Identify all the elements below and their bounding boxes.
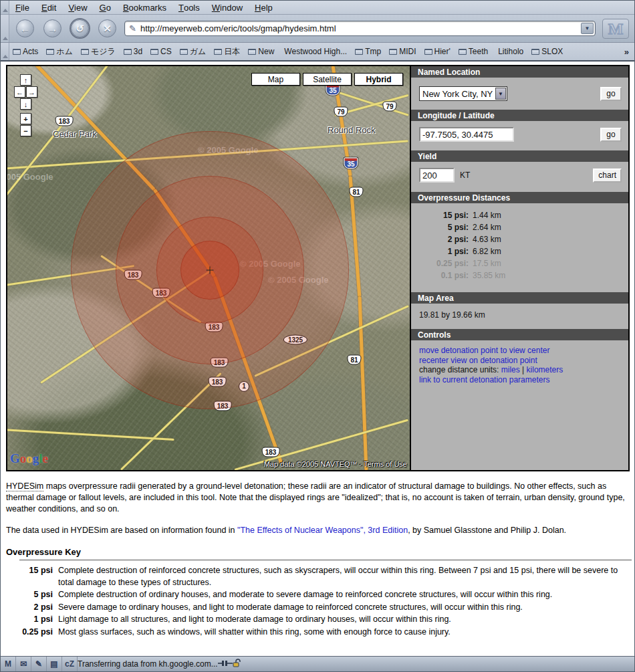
menu-view[interactable]: View <box>62 1 93 14</box>
map-type-map-button[interactable]: Map <box>251 73 300 86</box>
menu-bookmarks[interactable]: Bookmarks <box>117 1 172 14</box>
bookmark-item[interactable]: Acts <box>9 45 41 58</box>
bookmark-item[interactable]: Tmp <box>352 45 384 58</box>
url-history-dropdown[interactable]: ▼ <box>581 23 594 34</box>
menu-window[interactable]: Window <box>206 1 249 14</box>
section-header-controls: Controls <box>411 329 628 340</box>
bookmark-label: Westwood High... <box>284 47 347 56</box>
psi-label: 15 psi: <box>418 209 473 221</box>
bookmark-item[interactable]: 日本 <box>211 45 243 59</box>
bookmark-item[interactable]: MIDI <box>386 45 419 58</box>
overpressure-distance-row: 1 psi: 6.82 km <box>411 245 628 257</box>
arrow-down-icon: ↓ <box>24 100 28 108</box>
security-lock-icon[interactable] <box>233 659 242 669</box>
google-logo: Google <box>10 451 48 466</box>
forward-button[interactable]: → <box>43 19 61 37</box>
component-bar-button[interactable]: ✉ <box>16 657 31 671</box>
bookmark-item[interactable]: Litiholo <box>493 45 527 58</box>
hydesim-sidebar: Named Location New York City, NY ▼ go Lo… <box>410 66 628 470</box>
menu-file[interactable]: File <box>9 1 35 14</box>
throbber-button[interactable]: M <box>602 19 629 39</box>
page-proxy-icon[interactable]: ✎ <box>129 23 136 33</box>
named-location-select[interactable]: New York City, NY ▼ <box>419 86 507 101</box>
effects-of-nuclear-weapons-link[interactable]: "The Effects of Nuclear Weapons", 3rd Ed… <box>237 526 408 535</box>
control-units-kilometers-link[interactable]: kilometers <box>527 365 563 374</box>
toolbar-grippy[interactable] <box>1 43 9 60</box>
named-location-go-button[interactable]: go <box>600 87 622 101</box>
zoom-in-button[interactable]: + <box>20 113 31 124</box>
map-type-hybrid-button[interactable]: Hybrid <box>354 73 403 86</box>
bookmark-item[interactable]: Teeth <box>455 45 491 58</box>
pan-up-button[interactable]: ↑ <box>20 74 31 86</box>
key-psi-label: 1 psi <box>6 614 53 626</box>
distance-value: 4.63 km <box>473 233 501 245</box>
svg-text:M: M <box>608 20 624 37</box>
map-type-satellite-button[interactable]: Satellite <box>303 73 352 86</box>
bookmark-item[interactable]: New <box>245 45 277 58</box>
menu-help[interactable]: Help <box>249 1 279 14</box>
pan-right-button[interactable]: → <box>26 86 37 98</box>
toolbar-grippy[interactable] <box>1 1 9 14</box>
component-bar-button[interactable]: ✎ <box>31 657 47 671</box>
bookmark-item[interactable]: ホム <box>43 45 76 59</box>
page-text: HYDESim maps overpressure radii generate… <box>6 481 632 638</box>
bookmark-icon <box>180 49 188 55</box>
bookmark-label: Hier' <box>434 47 451 56</box>
bookmark-item[interactable]: ガム <box>176 45 210 59</box>
bookmark-item[interactable]: モジラ <box>78 45 119 59</box>
map-area-value: 19.81 by 19.66 km <box>411 310 628 320</box>
control-permalink-link[interactable]: link to current detonation parameters <box>419 375 549 384</box>
key-psi-label: 0.25 psi <box>6 627 53 639</box>
bookmark-icon <box>46 49 54 55</box>
menu-tools[interactable]: Tools <box>172 1 206 14</box>
overpressure-distance-row: 5 psi: 2.64 km <box>411 221 628 233</box>
bookmark-item[interactable]: SLOX <box>528 45 566 58</box>
reload-icon: ↺ <box>76 23 84 35</box>
key-description: Complete destruction of ordinary houses,… <box>58 589 632 601</box>
control-units-label: change distance units: <box>419 365 501 374</box>
overpressure-key-heading: Overpressure Key <box>6 546 632 558</box>
control-recenter-view-link[interactable]: recenter view on detonation point <box>419 356 537 365</box>
bookmark-label: 日本 <box>224 46 240 58</box>
google-map[interactable]: © 2005 Google © 2005 Google © 2005 Googl… <box>7 66 410 470</box>
bookmark-item[interactable]: Hier' <box>421 45 454 58</box>
distance-value: 1.44 km <box>473 209 501 221</box>
component-bar-button[interactable]: cZ <box>62 657 78 671</box>
status-text: Transferring data from kh.google.com... <box>78 659 218 669</box>
control-move-detonation-link[interactable]: move detonation point to view center <box>419 346 549 355</box>
bookmark-item[interactable]: Westwood High... <box>279 45 350 58</box>
overpressure-distance-row: 2 psi: 4.63 km <box>411 233 628 245</box>
pan-left-button[interactable]: ← <box>14 86 25 98</box>
component-icon: cZ <box>65 659 74 669</box>
url-input[interactable] <box>140 23 581 33</box>
url-bar[interactable]: ✎ ▼ <box>124 21 596 36</box>
bookmark-label: 3d <box>134 47 142 56</box>
bookmark-icon <box>13 49 21 55</box>
yield-input[interactable] <box>419 168 455 183</box>
online-status-icon[interactable] <box>218 659 233 669</box>
component-bar-button[interactable]: ▤ <box>47 657 62 671</box>
bookmark-icon <box>248 49 256 55</box>
map-attribution[interactable]: Map data ©2005 NAVTEQ™ - Terms of Use <box>264 460 407 468</box>
back-icon: ← <box>20 23 30 34</box>
longlat-input[interactable] <box>419 127 514 142</box>
stop-button[interactable]: ✕ <box>98 19 116 37</box>
back-button[interactable]: ← <box>16 19 34 37</box>
zoom-out-button[interactable]: − <box>20 125 31 136</box>
pan-down-button[interactable]: ↓ <box>20 98 31 110</box>
longlat-go-button[interactable]: go <box>600 128 622 142</box>
bookmarks-overflow-chevron[interactable]: » <box>619 47 634 57</box>
bookmark-item[interactable]: 3d <box>120 45 146 58</box>
control-units-miles-link[interactable]: miles <box>501 365 520 374</box>
menu-edit[interactable]: Edit <box>35 1 62 14</box>
key-description: Most glass surfaces, such as windows, wi… <box>58 627 632 639</box>
chevron-down-icon[interactable]: ▼ <box>495 88 506 100</box>
bookmark-item[interactable]: CS <box>147 45 175 58</box>
yield-chart-button[interactable]: chart <box>593 169 622 183</box>
reload-button[interactable]: ↺ <box>71 19 89 37</box>
menu-go[interactable]: Go <box>94 1 117 14</box>
component-bar-button[interactable]: M <box>1 657 16 671</box>
key-description: Severe damage to ordinary houses, and li… <box>58 602 632 614</box>
psi-label: 2 psi: <box>418 233 473 245</box>
toolbar-grippy[interactable] <box>1 15 9 42</box>
